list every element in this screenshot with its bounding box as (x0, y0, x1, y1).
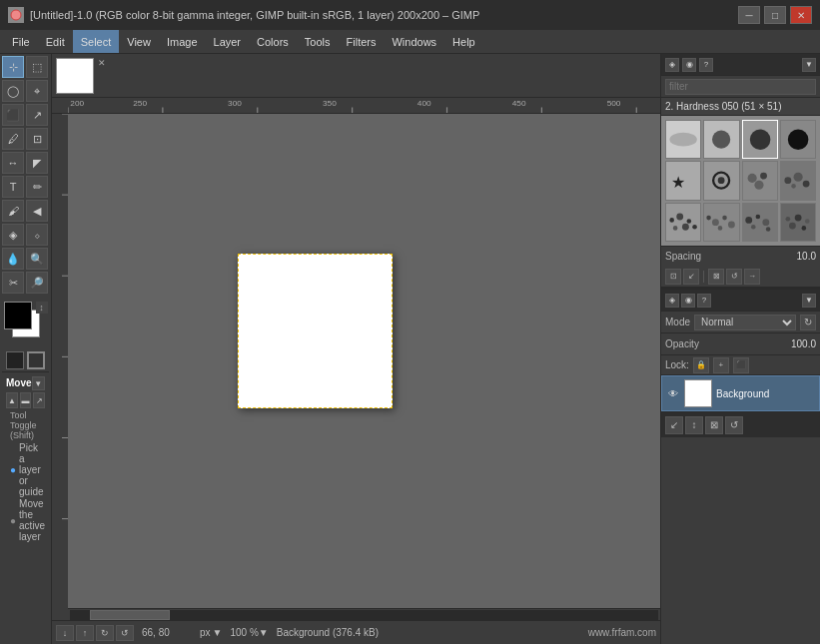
tool-free-select[interactable]: ⌖ (26, 80, 48, 102)
foreground-color-swatch[interactable] (4, 302, 32, 329)
brush-item-1[interactable] (665, 120, 701, 159)
horizontal-scrollbar[interactable] (68, 608, 660, 620)
tool-shear[interactable]: ⊡ (26, 128, 48, 150)
menu-item-layer[interactable]: Layer (206, 30, 250, 53)
menu-item-tools[interactable]: Tools (297, 30, 339, 53)
tool-flip[interactable]: ◤ (26, 152, 48, 174)
move-path-icon[interactable]: ↗ (33, 392, 45, 408)
brushes-help-icon[interactable]: ? (699, 58, 713, 72)
brush-item-9[interactable] (665, 203, 701, 242)
brush-item-10[interactable] (703, 203, 739, 242)
unit-selector[interactable]: px ▼ (200, 627, 222, 638)
layer-delete-btn[interactable]: ⊠ (705, 416, 723, 434)
menu-item-file[interactable]: File (4, 30, 38, 53)
layer-visibility-toggle[interactable]: 👁 (666, 386, 680, 400)
brush-action-5[interactable]: → (744, 269, 760, 285)
tool-options-menu-button[interactable]: ▼ (32, 376, 45, 390)
layer-opacity-bar: Opacity 100.0 (661, 333, 820, 355)
menu-item-windows[interactable]: Windows (384, 30, 444, 53)
brush-item-2[interactable] (703, 120, 739, 159)
brush-item-6[interactable] (703, 161, 739, 200)
swap-colors-button[interactable]: ↕ (36, 302, 48, 314)
layers-panel-footer: ↙ ↕ ⊠ ↺ (661, 411, 820, 437)
maximize-button[interactable]: □ (764, 6, 786, 24)
layer-add-btn[interactable]: ↙ (665, 416, 683, 434)
svg-text:200: 200 (70, 100, 84, 108)
tool-scissors[interactable]: ✂ (2, 272, 24, 294)
move-layer-icon[interactable]: ▲ (6, 392, 18, 408)
brush-filter-input[interactable] (665, 79, 816, 95)
tool-move[interactable]: ⊹ (2, 56, 24, 78)
tool-options-title: Move (6, 377, 32, 388)
canvas-viewport[interactable] (68, 114, 660, 620)
layer-undo-btn[interactable]: ↺ (725, 416, 743, 434)
brush-action-4[interactable]: ↺ (726, 269, 742, 285)
tool-rect-select[interactable]: ⬛ (2, 104, 24, 126)
nav-btn-4[interactable]: ↺ (116, 625, 134, 641)
minimize-button[interactable]: ─ (738, 6, 760, 24)
menu-item-view[interactable]: View (119, 30, 159, 53)
brush-item-11[interactable] (742, 203, 778, 242)
tool-zoom[interactable]: 🔎 (26, 272, 48, 294)
preview-close-button[interactable]: ✕ (98, 58, 106, 68)
layers-menu-button[interactable]: ▼ (802, 294, 816, 308)
image-preview-thumb[interactable] (56, 58, 94, 94)
tool-rotate[interactable]: 🖊 (2, 128, 24, 150)
menu-item-colors[interactable]: Colors (249, 30, 297, 53)
tool-bucket[interactable]: 💧 (2, 248, 24, 270)
tool-paintbrush[interactable]: 🖌 (2, 200, 24, 222)
brush-action-2[interactable]: ↙ (683, 269, 699, 285)
nav-btn-3[interactable]: ↻ (96, 625, 114, 641)
image-select-button[interactable] (27, 351, 45, 369)
quick-mask-button[interactable] (6, 351, 24, 369)
brush-item-8[interactable] (780, 161, 816, 200)
move-active-radio[interactable]: ● Move the active layer (10, 498, 45, 542)
menu-item-filters[interactable]: Filters (339, 30, 385, 53)
brushes-view-icon[interactable]: ◈ (665, 58, 679, 72)
brush-action-1[interactable]: ⊡ (665, 269, 681, 285)
brush-item-5[interactable]: ★ (665, 161, 701, 200)
menu-item-help[interactable]: Help (444, 30, 483, 53)
layers-help-icon[interactable]: ? (697, 294, 711, 308)
layers-panel-header: ◈ ◉ ? ▼ (661, 290, 820, 312)
tool-erase[interactable]: ◀ (26, 200, 48, 222)
move-selection-icon[interactable]: ▬ (20, 392, 32, 408)
layer-raise-btn[interactable]: ↕ (685, 416, 703, 434)
tool-clone[interactable]: ◈ (2, 224, 24, 246)
brush-action-3[interactable]: ⊠ (708, 269, 724, 285)
svg-point-50 (745, 217, 752, 224)
tool-crop[interactable]: ↗ (26, 104, 48, 126)
tool-perspective[interactable]: ↔ (2, 152, 24, 174)
layer-mode-extra[interactable]: ↻ (800, 315, 816, 330)
tool-toggle-section: Tool Toggle (Shift) ● Pick a layer or gu… (10, 410, 45, 542)
close-button[interactable]: ✕ (790, 6, 812, 24)
brush-item-7[interactable] (742, 161, 778, 200)
tool-text[interactable]: T (2, 176, 24, 198)
tool-lasso[interactable]: ◯ (2, 80, 24, 102)
layer-mode-select[interactable]: Normal (694, 315, 796, 330)
brush-grid: ★ (661, 116, 820, 246)
layers-view-icon[interactable]: ◈ (665, 294, 679, 308)
tool-heal[interactable]: ⬦ (26, 224, 48, 246)
brush-item-4[interactable] (780, 120, 816, 159)
layers-view2-icon[interactable]: ◉ (681, 294, 695, 308)
nav-btn-1[interactable]: ↓ (56, 625, 74, 641)
left-toolbar: ⊹⬚◯⌖⬛↗🖊⊡↔◤T✏🖌◀◈⬦💧🔍✂🔎 ↕ Move ▼ ▲ ▬ ↗ (0, 54, 52, 644)
scrollbar-thumb[interactable] (90, 610, 170, 620)
nav-btn-2[interactable]: ↑ (76, 625, 94, 641)
lock-alpha-btn[interactable]: ⬛ (733, 357, 749, 373)
pick-layer-radio[interactable]: ● Pick a layer or guide (10, 442, 45, 497)
tool-pencil[interactable]: ✏ (26, 176, 48, 198)
lock-pos-btn[interactable]: + (713, 357, 729, 373)
menu-item-image[interactable]: Image (159, 30, 206, 53)
tool-resize[interactable]: ⬚ (26, 56, 48, 78)
brushes-view2-icon[interactable]: ◉ (682, 58, 696, 72)
menu-item-select[interactable]: Select (73, 30, 120, 53)
brushes-menu-button[interactable]: ▼ (802, 58, 816, 72)
lock-pixels-btn[interactable]: 🔒 (693, 357, 709, 373)
brush-item-3[interactable] (742, 120, 778, 159)
tool-magnify[interactable]: 🔍 (26, 248, 48, 270)
layer-item[interactable]: 👁 Background (661, 375, 820, 411)
menu-item-edit[interactable]: Edit (38, 30, 73, 53)
brush-item-12[interactable] (780, 203, 816, 242)
